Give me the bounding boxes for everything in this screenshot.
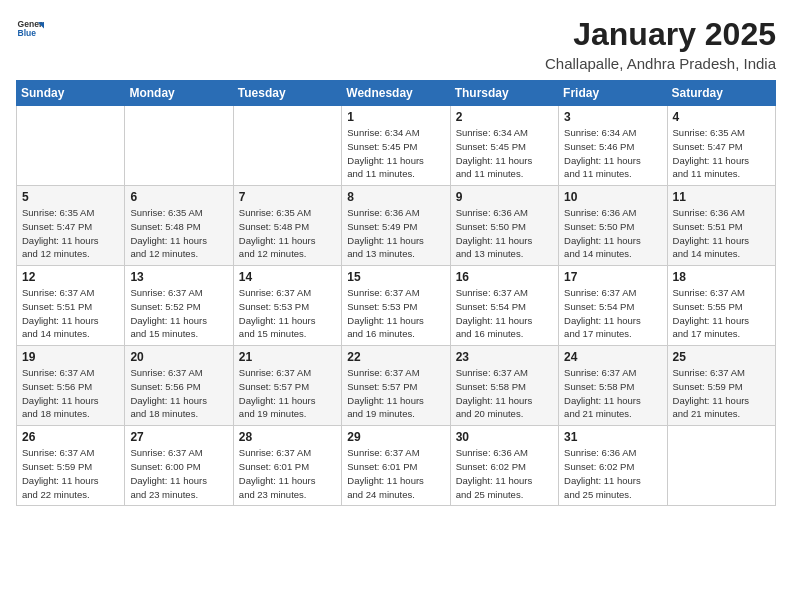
day-cell-29: 29Sunrise: 6:37 AMSunset: 6:01 PMDayligh…: [342, 426, 450, 506]
day-cell-31: 31Sunrise: 6:36 AMSunset: 6:02 PMDayligh…: [559, 426, 667, 506]
day-cell-14: 14Sunrise: 6:37 AMSunset: 5:53 PMDayligh…: [233, 266, 341, 346]
day-info: Sunrise: 6:37 AMSunset: 5:53 PMDaylight:…: [347, 286, 444, 341]
day-info: Sunrise: 6:37 AMSunset: 5:54 PMDaylight:…: [564, 286, 661, 341]
weekday-header-monday: Monday: [125, 81, 233, 106]
day-cell-4: 4Sunrise: 6:35 AMSunset: 5:47 PMDaylight…: [667, 106, 775, 186]
day-info: Sunrise: 6:36 AMSunset: 6:02 PMDaylight:…: [456, 446, 553, 501]
day-info: Sunrise: 6:37 AMSunset: 6:01 PMDaylight:…: [239, 446, 336, 501]
day-info: Sunrise: 6:37 AMSunset: 5:59 PMDaylight:…: [673, 366, 770, 421]
day-info: Sunrise: 6:37 AMSunset: 5:56 PMDaylight:…: [130, 366, 227, 421]
day-number: 17: [564, 270, 661, 284]
day-number: 28: [239, 430, 336, 444]
day-info: Sunrise: 6:37 AMSunset: 5:57 PMDaylight:…: [347, 366, 444, 421]
day-number: 31: [564, 430, 661, 444]
day-cell-13: 13Sunrise: 6:37 AMSunset: 5:52 PMDayligh…: [125, 266, 233, 346]
day-number: 4: [673, 110, 770, 124]
day-number: 12: [22, 270, 119, 284]
day-number: 26: [22, 430, 119, 444]
day-number: 25: [673, 350, 770, 364]
day-cell-5: 5Sunrise: 6:35 AMSunset: 5:47 PMDaylight…: [17, 186, 125, 266]
day-info: Sunrise: 6:36 AMSunset: 6:02 PMDaylight:…: [564, 446, 661, 501]
day-number: 11: [673, 190, 770, 204]
day-info: Sunrise: 6:34 AMSunset: 5:46 PMDaylight:…: [564, 126, 661, 181]
day-info: Sunrise: 6:36 AMSunset: 5:51 PMDaylight:…: [673, 206, 770, 261]
day-cell-1: 1Sunrise: 6:34 AMSunset: 5:45 PMDaylight…: [342, 106, 450, 186]
day-info: Sunrise: 6:37 AMSunset: 6:00 PMDaylight:…: [130, 446, 227, 501]
day-info: Sunrise: 6:37 AMSunset: 5:57 PMDaylight:…: [239, 366, 336, 421]
day-number: 7: [239, 190, 336, 204]
day-cell-19: 19Sunrise: 6:37 AMSunset: 5:56 PMDayligh…: [17, 346, 125, 426]
weekday-header-friday: Friday: [559, 81, 667, 106]
day-number: 18: [673, 270, 770, 284]
day-info: Sunrise: 6:37 AMSunset: 5:54 PMDaylight:…: [456, 286, 553, 341]
calendar-table: SundayMondayTuesdayWednesdayThursdayFrid…: [16, 80, 776, 506]
day-number: 22: [347, 350, 444, 364]
day-number: 30: [456, 430, 553, 444]
day-info: Sunrise: 6:34 AMSunset: 5:45 PMDaylight:…: [456, 126, 553, 181]
day-cell-30: 30Sunrise: 6:36 AMSunset: 6:02 PMDayligh…: [450, 426, 558, 506]
day-number: 16: [456, 270, 553, 284]
day-info: Sunrise: 6:37 AMSunset: 5:53 PMDaylight:…: [239, 286, 336, 341]
day-info: Sunrise: 6:37 AMSunset: 5:56 PMDaylight:…: [22, 366, 119, 421]
day-info: Sunrise: 6:36 AMSunset: 5:50 PMDaylight:…: [456, 206, 553, 261]
day-number: 9: [456, 190, 553, 204]
empty-cell: [233, 106, 341, 186]
day-info: Sunrise: 6:35 AMSunset: 5:47 PMDaylight:…: [673, 126, 770, 181]
week-row-5: 26Sunrise: 6:37 AMSunset: 5:59 PMDayligh…: [17, 426, 776, 506]
header: General Blue January 2025 Challapalle, A…: [16, 16, 776, 72]
week-row-2: 5Sunrise: 6:35 AMSunset: 5:47 PMDaylight…: [17, 186, 776, 266]
day-number: 6: [130, 190, 227, 204]
day-cell-9: 9Sunrise: 6:36 AMSunset: 5:50 PMDaylight…: [450, 186, 558, 266]
day-number: 2: [456, 110, 553, 124]
day-info: Sunrise: 6:37 AMSunset: 5:58 PMDaylight:…: [456, 366, 553, 421]
day-cell-15: 15Sunrise: 6:37 AMSunset: 5:53 PMDayligh…: [342, 266, 450, 346]
location-title: Challapalle, Andhra Pradesh, India: [545, 55, 776, 72]
day-cell-21: 21Sunrise: 6:37 AMSunset: 5:57 PMDayligh…: [233, 346, 341, 426]
day-info: Sunrise: 6:36 AMSunset: 5:50 PMDaylight:…: [564, 206, 661, 261]
day-number: 3: [564, 110, 661, 124]
day-number: 5: [22, 190, 119, 204]
day-cell-22: 22Sunrise: 6:37 AMSunset: 5:57 PMDayligh…: [342, 346, 450, 426]
svg-text:Blue: Blue: [18, 28, 37, 38]
empty-cell: [667, 426, 775, 506]
day-cell-28: 28Sunrise: 6:37 AMSunset: 6:01 PMDayligh…: [233, 426, 341, 506]
day-info: Sunrise: 6:37 AMSunset: 5:58 PMDaylight:…: [564, 366, 661, 421]
week-row-1: 1Sunrise: 6:34 AMSunset: 5:45 PMDaylight…: [17, 106, 776, 186]
day-number: 13: [130, 270, 227, 284]
day-info: Sunrise: 6:35 AMSunset: 5:48 PMDaylight:…: [239, 206, 336, 261]
day-cell-6: 6Sunrise: 6:35 AMSunset: 5:48 PMDaylight…: [125, 186, 233, 266]
day-number: 10: [564, 190, 661, 204]
day-info: Sunrise: 6:37 AMSunset: 5:52 PMDaylight:…: [130, 286, 227, 341]
day-cell-11: 11Sunrise: 6:36 AMSunset: 5:51 PMDayligh…: [667, 186, 775, 266]
day-number: 14: [239, 270, 336, 284]
empty-cell: [125, 106, 233, 186]
day-number: 23: [456, 350, 553, 364]
day-number: 19: [22, 350, 119, 364]
weekday-header-thursday: Thursday: [450, 81, 558, 106]
day-number: 20: [130, 350, 227, 364]
logo: General Blue: [16, 16, 44, 44]
empty-cell: [17, 106, 125, 186]
day-number: 15: [347, 270, 444, 284]
day-cell-26: 26Sunrise: 6:37 AMSunset: 5:59 PMDayligh…: [17, 426, 125, 506]
day-number: 8: [347, 190, 444, 204]
weekday-header-row: SundayMondayTuesdayWednesdayThursdayFrid…: [17, 81, 776, 106]
day-cell-25: 25Sunrise: 6:37 AMSunset: 5:59 PMDayligh…: [667, 346, 775, 426]
day-number: 27: [130, 430, 227, 444]
day-number: 1: [347, 110, 444, 124]
day-number: 21: [239, 350, 336, 364]
day-info: Sunrise: 6:37 AMSunset: 6:01 PMDaylight:…: [347, 446, 444, 501]
day-cell-16: 16Sunrise: 6:37 AMSunset: 5:54 PMDayligh…: [450, 266, 558, 346]
day-cell-7: 7Sunrise: 6:35 AMSunset: 5:48 PMDaylight…: [233, 186, 341, 266]
day-info: Sunrise: 6:34 AMSunset: 5:45 PMDaylight:…: [347, 126, 444, 181]
month-title: January 2025: [545, 16, 776, 53]
day-cell-20: 20Sunrise: 6:37 AMSunset: 5:56 PMDayligh…: [125, 346, 233, 426]
day-number: 24: [564, 350, 661, 364]
day-cell-2: 2Sunrise: 6:34 AMSunset: 5:45 PMDaylight…: [450, 106, 558, 186]
title-area: January 2025 Challapalle, Andhra Pradesh…: [545, 16, 776, 72]
day-info: Sunrise: 6:36 AMSunset: 5:49 PMDaylight:…: [347, 206, 444, 261]
day-cell-3: 3Sunrise: 6:34 AMSunset: 5:46 PMDaylight…: [559, 106, 667, 186]
day-cell-27: 27Sunrise: 6:37 AMSunset: 6:00 PMDayligh…: [125, 426, 233, 506]
day-cell-12: 12Sunrise: 6:37 AMSunset: 5:51 PMDayligh…: [17, 266, 125, 346]
day-info: Sunrise: 6:37 AMSunset: 5:59 PMDaylight:…: [22, 446, 119, 501]
